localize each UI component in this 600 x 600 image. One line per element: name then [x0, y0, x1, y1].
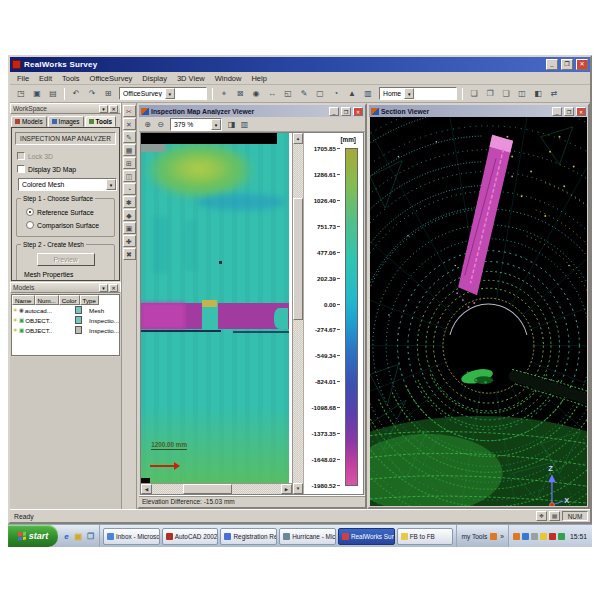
scroll-thumb[interactable]	[183, 484, 232, 494]
tool-icon[interactable]: ✂	[123, 105, 136, 117]
models-panel-titlebar[interactable]: Models ▾ ✕	[10, 282, 121, 293]
tray-icon[interactable]	[558, 533, 565, 540]
display-option-icon[interactable]: ▥	[238, 118, 251, 130]
toolbar-icon[interactable]: ◔	[328, 87, 344, 101]
scroll-track[interactable]	[152, 484, 281, 494]
chevron-down-icon[interactable]: ▾	[211, 119, 221, 130]
tray-icon[interactable]	[540, 533, 547, 540]
close-button[interactable]: ✕	[576, 107, 586, 116]
toolbar-icon[interactable]: ▢	[312, 87, 328, 101]
column-header[interactable]: Color	[59, 295, 80, 305]
toolbar-icon[interactable]: ❏	[466, 87, 482, 101]
toolbar-icon[interactable]: ⇄	[546, 87, 562, 101]
tool-icon[interactable]: ✖	[123, 248, 136, 260]
menu-item[interactable]: Tools	[57, 73, 85, 84]
visibility-bulb-icon[interactable]: ☀	[13, 307, 18, 313]
toolbar-icon[interactable]: ⌖	[216, 87, 232, 101]
tool-icon[interactable]: ⊞	[123, 157, 136, 169]
toolbar-icon[interactable]: ▥	[360, 87, 376, 101]
chevron-down-icon[interactable]: ▾	[106, 179, 116, 190]
toolbar-icon[interactable]: ↶	[68, 87, 84, 101]
chevron-down-icon[interactable]: ▾	[165, 88, 175, 99]
start-button[interactable]: start	[8, 525, 58, 547]
quick-launch-icon[interactable]: e	[62, 532, 71, 541]
workspace-panel-titlebar[interactable]: WorkSpace ▾ ✕	[10, 103, 121, 114]
toolbar-icon[interactable]: ▲	[344, 87, 360, 101]
my-tools-toolbar[interactable]: my Tools »	[456, 525, 508, 547]
toolbar-icon[interactable]: ▣	[29, 87, 45, 101]
minimize-button[interactable]: _	[552, 107, 562, 116]
panel-menu-button[interactable]: ▾	[99, 284, 108, 292]
quick-launch-icon[interactable]: ▣	[74, 532, 83, 541]
workspace-tab[interactable]: Models	[11, 116, 47, 127]
tool-icon[interactable]: ✎	[123, 131, 136, 143]
maximize-button[interactable]: ❐	[564, 107, 574, 116]
task-button[interactable]: Registration Rep...	[220, 528, 277, 545]
section-3d-view[interactable]: Z X Y	[370, 117, 587, 506]
table-row[interactable]: ☀ ▣ OBJECT... Inspectio...	[12, 315, 119, 325]
task-button[interactable]: Inbox - Microsof...	[103, 528, 160, 545]
preview-button[interactable]: Preview	[37, 253, 95, 266]
task-button[interactable]: RealWorks Surv...	[338, 528, 395, 545]
column-header[interactable]: Num...	[35, 295, 59, 305]
tool-icon[interactable]: ✕	[123, 118, 136, 130]
maximize-button[interactable]: ❐	[341, 107, 351, 116]
tray-icon[interactable]	[522, 533, 529, 540]
panel-menu-button[interactable]: ▾	[99, 105, 108, 113]
zoom-icon[interactable]: ⊕	[141, 118, 154, 130]
visibility-bulb-icon[interactable]: ☀	[13, 317, 18, 323]
toolbar-icon[interactable]: ▤	[45, 87, 61, 101]
vertical-scrollbar[interactable]: ▲ ▼	[292, 133, 303, 494]
toolbar-icon[interactable]: ❐	[482, 87, 498, 101]
tool-icon[interactable]: ▦	[123, 144, 136, 156]
status-icon[interactable]: ❖	[536, 511, 547, 521]
toolbar-icon[interactable]: ⊞	[100, 87, 116, 101]
tool-icon[interactable]: ✱	[123, 196, 136, 208]
minimize-button[interactable]: _	[546, 59, 558, 70]
toolbar-icon[interactable]: ↷	[84, 87, 100, 101]
zoom-icon[interactable]: ⊖	[154, 118, 167, 130]
column-header[interactable]: Name	[12, 295, 35, 305]
close-button[interactable]: ✕	[576, 59, 588, 70]
tool-icon[interactable]: ✚	[123, 235, 136, 247]
home-combobox[interactable]: Home ▾	[379, 87, 457, 100]
menu-item[interactable]: File	[12, 73, 34, 84]
toolbar-icon[interactable]: ◫	[514, 87, 530, 101]
scroll-left-icon[interactable]: ◀	[141, 484, 152, 494]
tool-icon[interactable]: ◆	[123, 209, 136, 221]
toolbar-icon[interactable]: ◧	[530, 87, 546, 101]
reference-surface-radio[interactable]	[26, 208, 34, 216]
toolbar-icon[interactable]: ◉	[248, 87, 264, 101]
menu-item[interactable]: Display	[137, 73, 172, 84]
workspace-tab[interactable]: Images	[48, 116, 84, 127]
tool-icon[interactable]: ◫	[123, 170, 136, 182]
display-option-icon[interactable]: ◨	[225, 118, 238, 130]
toolbar-icon[interactable]: ◳	[13, 87, 29, 101]
mesh-type-select[interactable]: Colored Mesh ▾	[18, 178, 117, 191]
toolbar-icon[interactable]: ❑	[498, 87, 514, 101]
panel-close-button[interactable]: ✕	[109, 105, 118, 113]
toolbar-icon[interactable]: ⊠	[232, 87, 248, 101]
table-row[interactable]: ☀ ◉ autocad... Mesh	[12, 305, 119, 315]
workspace-tab[interactable]: Tools	[85, 116, 117, 127]
status-icon[interactable]: ▦	[549, 511, 560, 521]
horizontal-scrollbar[interactable]: ◀ ▶	[141, 483, 292, 494]
chevron-down-icon[interactable]: ▾	[404, 88, 414, 99]
table-row[interactable]: ☀ ▣ OBJECT... Inspectio...	[12, 325, 119, 335]
toolbar-icon[interactable]: ✎	[296, 87, 312, 101]
menu-item[interactable]: OfficeSurvey	[85, 73, 138, 84]
column-header[interactable]: Type	[80, 295, 99, 305]
inspection-map-canvas[interactable]: 1200.00 mm	[141, 133, 292, 483]
tray-icon[interactable]	[531, 533, 538, 540]
app-titlebar[interactable]: RealWorks Survey _ ❐ ✕	[10, 57, 590, 72]
task-button[interactable]: FB to FB	[397, 528, 454, 545]
tray-icon[interactable]	[549, 533, 556, 540]
scroll-up-icon[interactable]: ▲	[293, 133, 303, 144]
toolbar-icon[interactable]: ◱	[280, 87, 296, 101]
scroll-track[interactable]	[293, 144, 303, 483]
menu-item[interactable]: Edit	[34, 73, 57, 84]
toolbar-icon[interactable]: ↔	[264, 87, 280, 101]
task-button[interactable]: AutoCAD 2002	[162, 528, 219, 545]
inspection-viewer-titlebar[interactable]: Inspection Map Analyzer Viewer _ ❐ ✕	[139, 105, 365, 117]
task-button[interactable]: Hurricane - Micro...	[279, 528, 336, 545]
